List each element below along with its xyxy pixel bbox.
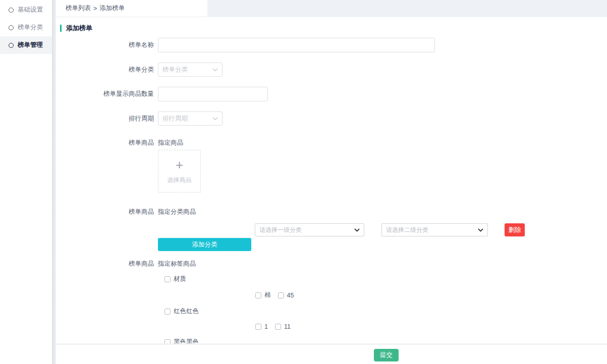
tag-label: 11 (284, 323, 291, 330)
checkbox-icon (278, 292, 284, 298)
ranking-goods-label: 榜单商品 (60, 208, 154, 216)
category-goods-sublabel: 指定分类商品 (158, 208, 196, 216)
ranking-goods-label: 榜单商品 (60, 260, 154, 268)
main-area: 榜单列表 > 添加榜单 添加榜单 榜单名称 榜单分类 榜单分类 (56, 0, 607, 364)
tag-checkbox-material[interactable]: 材质 (164, 275, 186, 283)
ranking-cycle-label: 排行周期 (60, 114, 154, 123)
ranking-cycle-placeholder: 排行周期 (162, 114, 188, 123)
sidebar-item-basic-settings[interactable]: 基础设置 (0, 1, 52, 19)
category-goods-labels: 榜单商品 指定分类商品 (60, 208, 607, 216)
chevron-down-icon (212, 68, 218, 72)
row-specified-goods: 榜单商品 指定商品 + 选择商品 (60, 139, 607, 193)
sidebar-item-label: 榜单分类 (18, 23, 43, 32)
tag-checkbox-1[interactable]: 1 (255, 323, 268, 330)
level1-category-placeholder: 请选择一级分类 (259, 226, 302, 234)
level1-category-select[interactable]: 请选择一级分类 (255, 223, 364, 236)
section-accent-bar (60, 25, 62, 32)
breadcrumb-current: 添加榜单 (99, 4, 125, 13)
row-ranking-cycle: 排行周期 排行周期 (60, 111, 607, 126)
section-header: 添加榜单 (60, 17, 607, 38)
row-tag-goods: 榜单商品 指定标签商品 材质 棉 (60, 260, 607, 343)
select-goods-picker-label: 选择商品 (168, 176, 192, 185)
breadcrumb-link-ranking-list[interactable]: 榜单列表 (66, 4, 91, 13)
tag-children-row: 棉 45 (255, 291, 607, 299)
tag-label: 材质 (174, 275, 186, 283)
tag-label: 1 (264, 323, 268, 330)
sidebar-item-ranking-management[interactable]: 榜单管理 (0, 36, 52, 54)
tag-checkbox-cotton[interactable]: 棉 (255, 291, 271, 299)
level2-category-select[interactable]: 请选择二级分类 (381, 223, 488, 236)
ranking-name-input[interactable] (158, 38, 435, 52)
radio-circle-icon (9, 8, 14, 13)
level2-category-placeholder: 请选择二级分类 (386, 226, 428, 234)
tag-checkbox-blackblack[interactable]: 黑色黑色 (164, 338, 199, 343)
add-category-button[interactable]: 添加分类 (158, 238, 251, 251)
tag-group-row: 红色红色 (164, 307, 607, 316)
sidebar-item-label: 基础设置 (18, 6, 43, 14)
checkbox-icon (255, 292, 261, 298)
tag-checkbox-11[interactable]: 11 (275, 323, 291, 330)
page-title: 添加榜单 (66, 24, 92, 33)
ranking-goods-label: 榜单商品 (60, 139, 154, 147)
checkbox-icon (164, 339, 171, 344)
tag-group-row: 黑色黑色 (164, 338, 607, 343)
tag-goods-labels: 榜单商品 指定标签商品 (60, 260, 607, 268)
checkbox-icon (255, 324, 261, 330)
tag-label: 红色红色 (174, 307, 199, 316)
display-count-input[interactable] (158, 87, 268, 101)
sidebar: 基础设置 榜单分类 榜单管理 (0, 0, 52, 364)
plus-icon: + (176, 158, 183, 171)
specified-goods-block: 指定商品 + 选择商品 (158, 139, 201, 193)
tag-children-row: 1 11 (255, 323, 607, 330)
tag-goods-sublabel: 指定标签商品 (158, 260, 196, 268)
select-goods-picker[interactable]: + 选择商品 (158, 150, 201, 193)
topbar: 榜单列表 > 添加榜单 (56, 0, 607, 17)
footer: 提交 (56, 345, 607, 364)
app-layout: 基础设置 榜单分类 榜单管理 榜单列表 > 添加榜单 添加榜单 (0, 0, 607, 364)
ranking-cycle-select[interactable]: 排行周期 (158, 111, 223, 126)
ranking-category-select[interactable]: 榜单分类 (158, 63, 223, 77)
chevron-down-icon (212, 117, 218, 120)
checkbox-icon (164, 276, 171, 282)
ranking-name-label: 榜单名称 (60, 41, 154, 49)
chevron-down-icon (478, 228, 483, 232)
row-display-count: 榜单显示商品数量 (60, 87, 607, 101)
sidebar-item-ranking-category[interactable]: 榜单分类 (0, 19, 52, 36)
tag-checkbox-red[interactable]: 红色红色 (164, 307, 199, 316)
tag-checkbox-45[interactable]: 45 (278, 292, 294, 299)
display-count-label: 榜单显示商品数量 (60, 90, 154, 98)
breadcrumb-separator: > (93, 5, 97, 12)
radio-circle-icon (9, 43, 14, 48)
chevron-down-icon (354, 228, 360, 232)
specified-goods-sublabel: 指定商品 (158, 139, 201, 147)
checkbox-icon (275, 324, 281, 330)
form-panel: 添加榜单 榜单名称 榜单分类 榜单分类 榜单显示商品数量 (56, 17, 607, 343)
row-ranking-category: 榜单分类 榜单分类 (60, 63, 607, 77)
row-ranking-name: 榜单名称 (60, 38, 607, 52)
tag-group-row: 材质 (164, 275, 607, 283)
breadcrumb: 榜单列表 > 添加榜单 (56, 0, 207, 17)
delete-button[interactable]: 删除 (505, 223, 525, 236)
sidebar-item-label: 榜单管理 (18, 41, 43, 49)
tag-label: 45 (287, 292, 294, 299)
ranking-category-placeholder: 榜单分类 (162, 66, 188, 74)
tag-label: 棉 (264, 291, 271, 299)
sidebar-divider (52, 0, 56, 364)
ranking-category-label: 榜单分类 (60, 66, 154, 74)
checkbox-icon (164, 309, 171, 315)
submit-button[interactable]: 提交 (374, 349, 399, 361)
radio-circle-icon (9, 25, 14, 30)
tag-label: 黑色黑色 (174, 338, 199, 343)
row-category-goods: 榜单商品 指定分类商品 请选择一级分类 请选择二级分类 (60, 208, 607, 251)
category-select-row: 请选择一级分类 请选择二级分类 删除 (255, 223, 607, 236)
